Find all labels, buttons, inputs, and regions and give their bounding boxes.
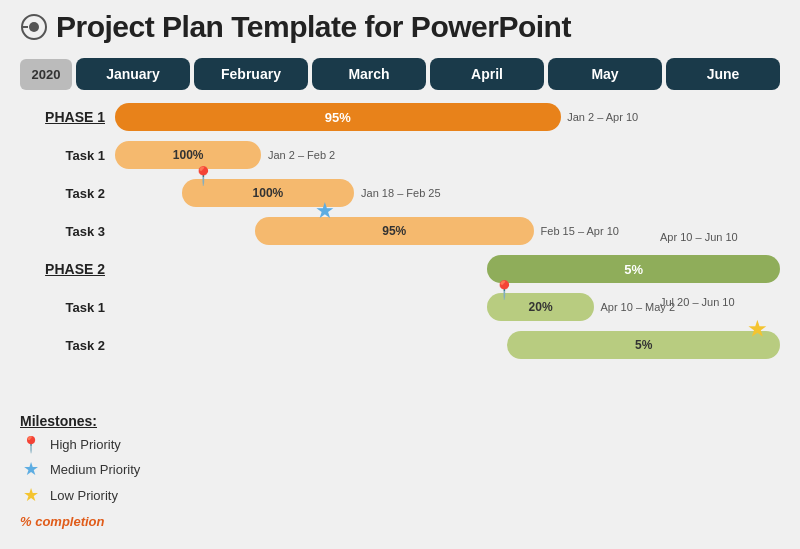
task3-star-icon: ★ — [315, 198, 335, 224]
phase2-label: PHASE 2 — [30, 261, 115, 277]
medium-priority-label: Medium Priority — [50, 462, 140, 477]
month-may: May — [548, 58, 662, 90]
task2-p2-star-icon: ★ — [748, 317, 766, 341]
task3-p1-dates: Feb 15 – Apr 10 — [541, 225, 619, 237]
task2-p1-label: Task 2 — [30, 186, 115, 201]
task1-p1-bar: 100% — [115, 141, 261, 169]
task1-p2-bar: 📍 20% — [487, 293, 593, 321]
phase1-row: PHASE 1 95% Jan 2 – Apr 10 — [30, 100, 780, 134]
month-february: February — [194, 58, 308, 90]
pct-completion-label: % completion — [20, 514, 140, 529]
low-priority-icon: ★ — [20, 484, 42, 506]
page: Project Plan Template for PowerPoint 202… — [0, 0, 800, 549]
phase2-date-label: Apr 10 – Jun 10 — [660, 231, 738, 243]
phase2-row: PHASE 2 5% Apr 10 – Jun 10 — [30, 252, 780, 286]
task2-p1-row: Task 2 📍 100% Jan 18 – Feb 25 — [30, 176, 780, 210]
page-title: Project Plan Template for PowerPoint — [56, 10, 571, 44]
phase1-bar: 95% — [115, 103, 561, 131]
milestone-high: 📍 High Priority — [20, 435, 140, 454]
phase1-bar-container: 95% Jan 2 – Apr 10 — [115, 100, 780, 134]
task1-p1-label: Task 1 — [30, 148, 115, 163]
svg-point-1 — [29, 22, 39, 32]
task2-pin-icon: 📍 — [192, 165, 214, 187]
task1-p1-bar-container: 100% Jan 2 – Feb 2 — [115, 138, 780, 172]
phase2-bar-container: 5% Apr 10 – Jun 10 — [115, 252, 780, 286]
month-april: April — [430, 58, 544, 90]
month-march: March — [312, 58, 426, 90]
task1-p1-row: Task 1 100% Jan 2 – Feb 2 — [30, 138, 780, 172]
task3-p1-label: Task 3 — [30, 224, 115, 239]
year-badge: 2020 — [20, 59, 72, 90]
task1-p2-label: Task 1 — [30, 300, 115, 315]
high-priority-label: High Priority — [50, 437, 121, 452]
task1-p1-dates: Jan 2 – Feb 2 — [268, 149, 335, 161]
month-row: 2020 January February March April May Ju… — [20, 58, 780, 90]
month-june: June — [666, 58, 780, 90]
task2-p1-bar-container: 📍 100% Jan 18 – Feb 25 — [115, 176, 780, 210]
task3-p1-bar: 95% — [255, 217, 534, 245]
medium-priority-icon: ★ — [20, 458, 42, 480]
task1-p2-pin-icon: 📍 — [493, 279, 515, 301]
header: Project Plan Template for PowerPoint — [20, 10, 780, 44]
milestones-section: Milestones: 📍 High Priority ★ Medium Pri… — [20, 413, 140, 529]
task2-p2-bar: ★ 5% — [507, 331, 780, 359]
task2-p2-bar-container: ★ 5% Jul 20 – Jun 10 — [115, 328, 780, 362]
task2-p2-row: Task 2 ★ 5% Jul 20 – Jun 10 — [30, 328, 780, 362]
month-january: January — [76, 58, 190, 90]
task2-p1-dates: Jan 18 – Feb 25 — [361, 187, 441, 199]
milestone-medium: ★ Medium Priority — [20, 458, 140, 480]
task2-p2-date-label: Jul 20 – Jun 10 — [660, 296, 735, 308]
phase2-bar: 5% — [487, 255, 780, 283]
header-icon — [20, 13, 48, 41]
high-priority-icon: 📍 — [20, 435, 42, 454]
milestones-title: Milestones: — [20, 413, 140, 429]
phase1-dates: Jan 2 – Apr 10 — [567, 111, 638, 123]
task2-p2-label: Task 2 — [30, 338, 115, 353]
milestone-low: ★ Low Priority — [20, 484, 140, 506]
phase1-label: PHASE 1 — [30, 109, 115, 125]
low-priority-label: Low Priority — [50, 488, 118, 503]
